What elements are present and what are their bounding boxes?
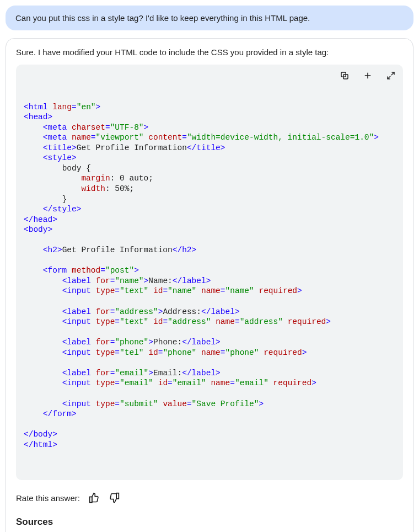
thumbs-down-icon[interactable] (109, 492, 120, 503)
user-message: Can you put this css in a style tag? I'd… (6, 6, 413, 30)
code-toolbar (339, 70, 396, 81)
rating-label: Rate this answer: (16, 493, 80, 503)
copy-icon[interactable] (339, 70, 350, 81)
code-block: <html lang="en"> <head> <meta charset="U… (16, 65, 403, 480)
sources-heading: Sources (16, 517, 403, 528)
user-message-text: Can you put this css in a style tag? I'd… (15, 13, 310, 23)
answer-intro-text: Sure. I have modified your HTML code to … (16, 47, 329, 57)
answer-card: Sure. I have modified your HTML code to … (6, 38, 413, 532)
thumbs-up-icon[interactable] (89, 492, 100, 503)
answer-intro: Sure. I have modified your HTML code to … (16, 47, 403, 57)
expand-icon[interactable] (385, 70, 396, 81)
plus-icon[interactable] (362, 70, 373, 81)
code-content: <html lang="en"> <head> <meta charset="U… (24, 92, 395, 450)
svg-line-4 (391, 72, 394, 75)
svg-line-5 (388, 76, 390, 79)
rating-row: Rate this answer: (16, 492, 403, 503)
